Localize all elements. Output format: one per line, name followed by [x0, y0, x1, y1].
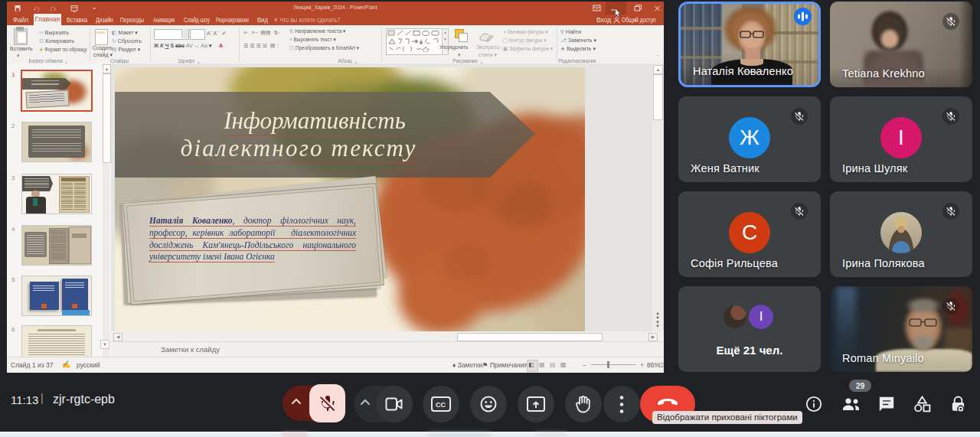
svg-text:CC: CC — [436, 401, 446, 409]
